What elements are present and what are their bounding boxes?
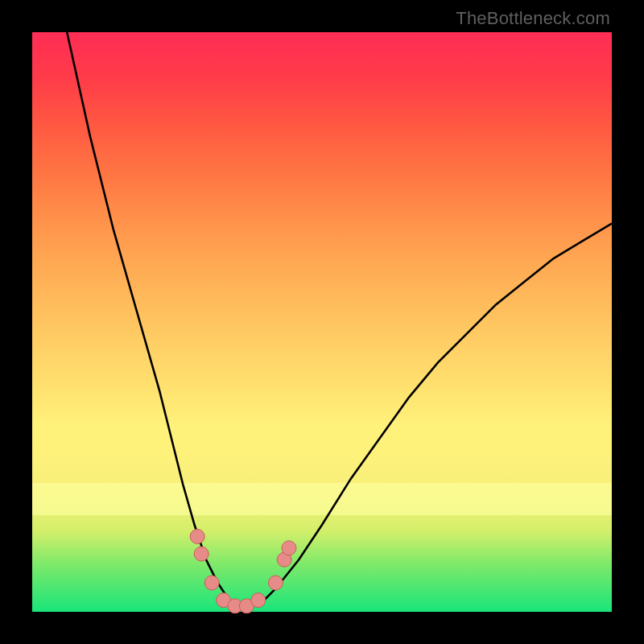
chart-frame: TheBottleneck.com xyxy=(0,0,644,644)
watermark-credit: TheBottleneck.com xyxy=(456,8,610,29)
data-marker xyxy=(282,541,296,555)
data-marker xyxy=(190,529,204,543)
marker-group xyxy=(190,529,296,613)
data-marker xyxy=(194,547,208,561)
data-marker xyxy=(268,576,283,590)
data-marker xyxy=(251,593,266,608)
data-marker xyxy=(204,576,219,590)
bottleneck-curve xyxy=(67,32,612,606)
chart-svg xyxy=(32,32,612,612)
